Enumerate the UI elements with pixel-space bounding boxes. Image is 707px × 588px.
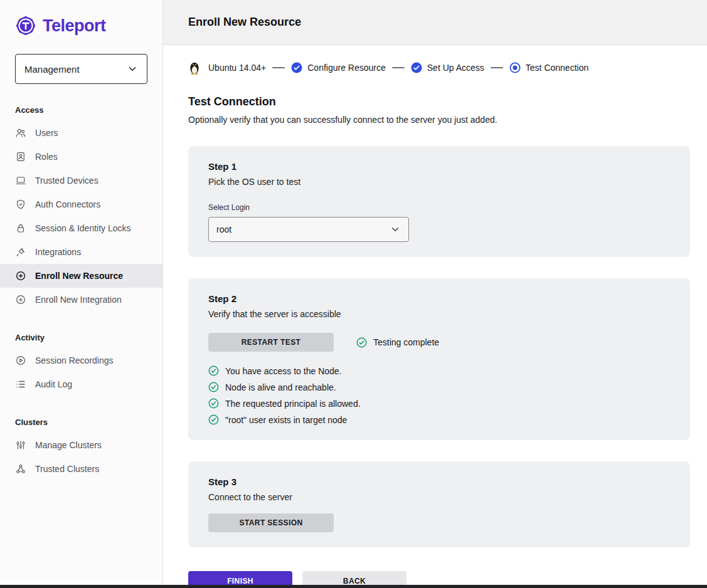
- step3-description: Connect to the server: [208, 492, 670, 502]
- test-check-list: You have access to the Node. Node is ali…: [208, 365, 670, 425]
- sidebar-item-session-recordings[interactable]: Session Recordings: [0, 349, 162, 372]
- test-check-item: "root" user exists in target node: [208, 414, 670, 425]
- test-check-item: The requested principal is allowed.: [208, 398, 670, 409]
- test-check-label: The requested principal is allowed.: [225, 399, 361, 409]
- stepper-step-label: Test Connection: [526, 63, 588, 73]
- plus-circle-icon: [15, 294, 26, 305]
- step2-title: Step 2: [208, 293, 670, 304]
- step-done-check-icon: [291, 62, 302, 73]
- stepper-step-label: Set Up Access: [427, 63, 484, 73]
- stepper-connector: [392, 67, 405, 68]
- test-check-label: "root" user exists in target node: [225, 415, 347, 425]
- step-active-bullseye-icon: [509, 62, 521, 73]
- stepper-resource-label: Ubuntu 14.04+: [208, 63, 266, 73]
- play-circle-icon: [15, 355, 26, 366]
- start-session-button[interactable]: START SESSION: [208, 513, 334, 532]
- step-done-check-icon: [411, 62, 422, 73]
- sidebar-item-label: Enroll New Integration: [35, 295, 122, 305]
- sidebar-item-label: Session & Identity Locks: [35, 223, 131, 233]
- sidebar-item-trusted-devices[interactable]: Trusted Devices: [0, 169, 162, 192]
- sidebar-item-label: Users: [35, 128, 58, 138]
- test-check-item: Node is alive and reachable.: [208, 382, 670, 392]
- sidebar-item-trusted-clusters[interactable]: Trusted Clusters: [0, 457, 162, 481]
- lock-icon: [15, 223, 26, 234]
- test-check-label: Node is alive and reachable.: [225, 382, 336, 392]
- step2-card: Step 2 Verify that the server is accessi…: [188, 278, 690, 440]
- sidebar-item-label: Roles: [35, 152, 58, 162]
- sidebar-item-roles[interactable]: Roles: [0, 145, 162, 169]
- success-check-icon: [356, 337, 367, 348]
- step3-title: Step 3: [208, 476, 670, 487]
- chevron-down-icon: [127, 63, 138, 75]
- login-select-value: root: [216, 224, 231, 234]
- test-connection-content: Test Connection Optionally verify that y…: [163, 79, 707, 588]
- stepper-step-set-up-access: Set Up Access: [411, 62, 484, 73]
- app-window: Teleport Management Access Users Roles T…: [0, 0, 707, 588]
- test-check-label: You have access to the Node.: [225, 366, 342, 376]
- sidebar-item-label: Session Recordings: [35, 355, 114, 365]
- network-icon: [15, 463, 26, 475]
- step2-description: Verify that the server is accessible: [208, 309, 670, 319]
- users-icon: [15, 127, 26, 139]
- sidebar-item-label: Enroll New Resource: [35, 271, 123, 281]
- sidebar-item-audit-log[interactable]: Audit Log: [0, 372, 162, 396]
- stepper-connector: [272, 67, 285, 68]
- login-select[interactable]: root: [208, 217, 409, 242]
- step1-title: Step 1: [208, 161, 670, 172]
- stepper-step-test-connection: Test Connection: [509, 62, 588, 73]
- teleport-logo-text: Teleport: [43, 16, 106, 36]
- linux-penguin-icon: [188, 60, 201, 75]
- content-title: Test Connection: [188, 95, 682, 108]
- list-icon: [15, 379, 26, 390]
- main-panel: Enroll New Resource Ubuntu 14.04+: [163, 0, 707, 588]
- bottom-edge-bar: [0, 585, 707, 588]
- page-header: Enroll New Resource: [163, 0, 707, 45]
- testing-complete-status: Testing complete: [356, 337, 439, 348]
- workspace-selector[interactable]: Management: [15, 54, 147, 84]
- testing-complete-label: Testing complete: [373, 337, 439, 347]
- sidebar-item-integrations[interactable]: Integrations: [0, 240, 162, 264]
- workspace-selector-value: Management: [24, 64, 80, 75]
- sidebar-section-access: Access: [0, 84, 162, 121]
- restart-test-button[interactable]: RESTART TEST: [208, 333, 334, 352]
- select-login-label: Select Login: [208, 203, 670, 212]
- enroll-stepper: Ubuntu 14.04+ Configure Resource Set Up …: [163, 45, 707, 79]
- teleport-logo-icon: [15, 15, 36, 36]
- plug-icon: [15, 246, 26, 258]
- sidebar-item-label: Trusted Devices: [35, 176, 98, 186]
- content-subtitle: Optionally verify that you can successfu…: [188, 115, 682, 125]
- sidebar-item-session-identity-locks[interactable]: Session & Identity Locks: [0, 216, 162, 240]
- step1-description: Pick the OS user to test: [208, 177, 670, 187]
- stepper-step-label: Configure Resource: [307, 63, 386, 73]
- stepper-connector: [491, 67, 503, 68]
- step1-card: Step 1 Pick the OS user to test Select L…: [188, 146, 690, 257]
- shield-icon: [15, 199, 26, 210]
- sidebar-section-activity: Activity: [0, 312, 162, 349]
- sidebar-section-clusters: Clusters: [0, 396, 162, 433]
- step3-card: Step 3 Connect to the server START SESSI…: [188, 461, 690, 547]
- laptop-icon: [15, 175, 26, 186]
- success-check-icon: [208, 365, 219, 376]
- sidebar: Teleport Management Access Users Roles T…: [0, 0, 163, 588]
- teleport-logo[interactable]: Teleport: [0, 13, 162, 43]
- sidebar-item-label: Audit Log: [35, 379, 72, 389]
- success-check-icon: [208, 398, 219, 409]
- success-check-icon: [208, 414, 219, 425]
- chevron-down-icon: [390, 224, 401, 235]
- stepper-step-configure-resource: Configure Resource: [291, 62, 386, 73]
- sliders-icon: [15, 439, 26, 451]
- page-title: Enroll New Resource: [188, 16, 301, 29]
- sidebar-item-label: Manage Clusters: [35, 440, 102, 450]
- roles-icon: [15, 151, 26, 162]
- sidebar-item-auth-connectors[interactable]: Auth Connectors: [0, 192, 162, 216]
- success-check-icon: [208, 382, 219, 392]
- sidebar-item-enroll-new-resource[interactable]: Enroll New Resource: [0, 264, 162, 288]
- test-check-item: You have access to the Node.: [208, 365, 670, 376]
- sidebar-item-label: Integrations: [35, 247, 81, 257]
- sidebar-item-label: Auth Connectors: [35, 199, 100, 209]
- sidebar-item-enroll-new-integration[interactable]: Enroll New Integration: [0, 288, 162, 312]
- plus-circle-icon: [15, 270, 26, 281]
- sidebar-item-manage-clusters[interactable]: Manage Clusters: [0, 433, 162, 457]
- sidebar-item-users[interactable]: Users: [0, 121, 162, 145]
- sidebar-item-label: Trusted Clusters: [35, 464, 99, 474]
